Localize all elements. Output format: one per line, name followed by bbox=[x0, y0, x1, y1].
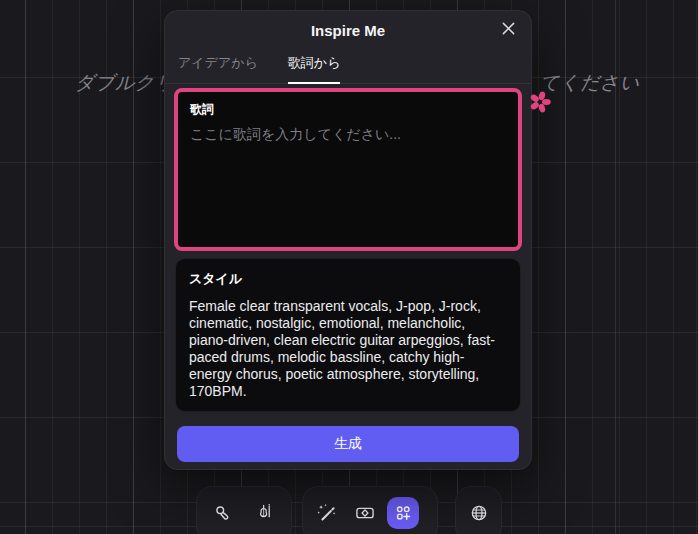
close-button[interactable] bbox=[497, 19, 519, 41]
generate-button[interactable]: 生成 bbox=[177, 426, 519, 462]
toolbar-group-audio bbox=[196, 486, 292, 534]
lyrics-label: 歌詞 bbox=[190, 101, 506, 118]
tab-bar: アイデアから 歌詞から bbox=[165, 49, 531, 84]
toolbar-group-generation bbox=[302, 486, 438, 534]
toolbar-group-language bbox=[455, 486, 502, 534]
inspire-me-dialog: Inspire Me アイデアから 歌詞から 歌詞 スタイル Female cl… bbox=[164, 10, 532, 470]
sections-button[interactable] bbox=[387, 497, 419, 529]
violin-icon bbox=[254, 502, 276, 524]
magic-wand-icon bbox=[316, 502, 338, 524]
tab-from-lyrics[interactable]: 歌詞から bbox=[288, 54, 341, 84]
extend-icon bbox=[354, 502, 376, 524]
editor-canvas[interactable]: ダブルクリ てください bbox=[0, 0, 698, 534]
tab-from-idea[interactable]: アイデアから bbox=[178, 54, 258, 84]
lyrics-panel: 歌詞 bbox=[174, 88, 522, 251]
close-icon bbox=[502, 22, 515, 38]
microphone-button[interactable] bbox=[207, 497, 239, 529]
style-input[interactable]: Female clear transparent vocals, J-pop, … bbox=[189, 298, 507, 400]
sections-icon bbox=[395, 505, 412, 522]
style-label: スタイル bbox=[189, 270, 507, 288]
canvas-hint-text-right: てください bbox=[540, 70, 640, 96]
extend-button[interactable] bbox=[349, 497, 381, 529]
globe-icon bbox=[468, 502, 490, 524]
magic-wand-button[interactable] bbox=[311, 497, 343, 529]
style-panel: スタイル Female clear transparent vocals, J-… bbox=[175, 258, 521, 412]
dialog-title: Inspire Me bbox=[311, 22, 385, 39]
dialog-header: Inspire Me bbox=[165, 11, 531, 49]
canvas-hint-text-left: ダブルクリ bbox=[75, 70, 175, 96]
violin-button[interactable] bbox=[249, 497, 281, 529]
microphone-icon bbox=[212, 502, 234, 524]
lyrics-input[interactable] bbox=[190, 126, 506, 236]
globe-button[interactable] bbox=[463, 497, 495, 529]
